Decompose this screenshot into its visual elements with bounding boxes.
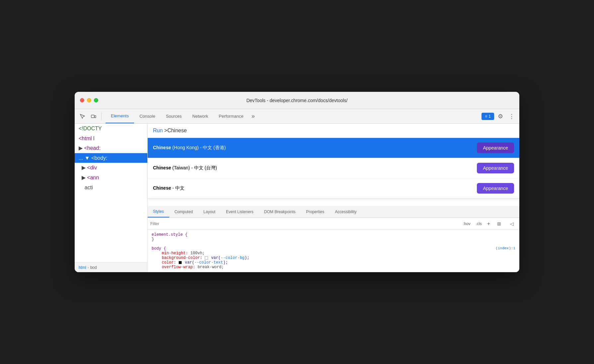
tab-layout[interactable]: Layout <box>198 206 221 217</box>
command-dropdown: Run >Chinese Chinese (Hong Kong) - 中文 (香… <box>148 124 519 199</box>
css-val-bg: var(--color-bg); <box>211 256 249 260</box>
dropdown-query: >Chinese <box>164 128 187 133</box>
dom-line: <!DOCTY <box>75 124 147 134</box>
hov-button[interactable]: :hov <box>462 221 472 227</box>
devtools-window: DevTools - developer.chrome.com/docs/dev… <box>75 92 519 272</box>
devtools-body: <!DOCTY <html l ▶ <head: ... ▼ <body: ▶ … <box>75 124 519 272</box>
tab-network[interactable]: Network <box>187 109 214 123</box>
appearance-button-hong-kong[interactable]: Appearance <box>477 143 514 153</box>
svg-rect-1 <box>95 116 96 118</box>
traffic-lights <box>80 98 98 102</box>
dom-line-selected[interactable]: ... ▼ <body: <box>75 153 147 163</box>
dom-doctype: <!DOCTY <box>79 126 102 131</box>
run-label: Run <box>153 128 163 133</box>
svg-rect-0 <box>91 115 94 118</box>
element-style-close: } <box>152 237 154 242</box>
tab-event-listeners[interactable]: Event Listeners <box>221 206 259 217</box>
css-val-color: var(--color-text); <box>185 260 228 265</box>
dropdown-item-hong-kong[interactable]: Chinese (Hong Kong) - 中文 (香港) Appearance <box>148 138 519 158</box>
css-rule-body: body { (index):1 min-height: 100vh; back… <box>152 246 515 270</box>
breadcrumb-body[interactable]: bod <box>90 265 97 270</box>
add-style-button[interactable]: + <box>486 220 491 227</box>
bg-color-swatch[interactable] <box>205 256 208 260</box>
minimize-button[interactable] <box>87 98 91 102</box>
style-tool-2[interactable]: ◁ <box>507 219 517 229</box>
more-options-icon[interactable]: ⋮ <box>507 111 517 121</box>
dom-content: <!DOCTY <html l ▶ <head: ... ▼ <body: ▶ … <box>75 124 147 262</box>
tab-properties[interactable]: Properties <box>301 206 330 217</box>
toolbar-icons <box>77 111 103 121</box>
dropdown-item-taiwan[interactable]: Chinese (Taiwan) - 中文 (台灣) Appearance <box>148 158 519 178</box>
appearance-button-taiwan[interactable]: Appearance <box>477 163 514 173</box>
dropdown-item-text-taiwan: Chinese (Taiwan) - 中文 (台灣) <box>153 165 217 171</box>
filter-input[interactable] <box>150 221 459 226</box>
dom-line[interactable]: ▶ <div <box>75 163 147 173</box>
dropdown-item-chinese[interactable]: Chinese - 中文 Appearance <box>148 178 519 198</box>
settings-icon[interactable]: ⚙ <box>495 111 505 121</box>
tab-sources[interactable]: Sources <box>161 109 187 123</box>
body-selector: body { <box>152 246 166 251</box>
maximize-button[interactable] <box>94 98 98 102</box>
below-dropdown: Styles Computed Layout Event Listeners D… <box>148 206 519 272</box>
window-title: DevTools - developer.chrome.com/docs/dev… <box>246 98 347 103</box>
dom-line: acti <box>75 183 147 193</box>
toolbar-right: ≡ 1 ⚙ ⋮ <box>482 111 517 121</box>
inspect-element-icon[interactable] <box>77 111 87 121</box>
dom-line[interactable]: ▶ <ann <box>75 173 147 183</box>
css-rule-element-style: element.style { } <box>152 232 515 242</box>
color-swatch[interactable] <box>179 261 182 264</box>
dropdown-search-bar: Run >Chinese <box>148 124 519 138</box>
messages-badge[interactable]: ≡ 1 <box>482 113 494 120</box>
dom-html-tag: <html <box>79 136 92 141</box>
dropdown-item-text-chinese: Chinese - 中文 <box>153 185 185 191</box>
dom-line[interactable]: <html l <box>75 134 147 144</box>
tab-styles[interactable]: Styles <box>148 206 169 217</box>
css-source-index[interactable]: (index):1 <box>496 246 515 250</box>
css-prop-bg-color: background-color: <box>157 256 202 260</box>
css-prop-overflow-wrap: overflow-wrap: <box>157 265 195 270</box>
css-content: element.style { } body { (index):1 <box>148 230 519 272</box>
left-panel: <!DOCTY <html l ▶ <head: ... ▼ <body: ▶ … <box>75 124 148 272</box>
more-tabs-button[interactable]: » <box>249 109 258 123</box>
appearance-button-chinese[interactable]: Appearance <box>477 183 514 194</box>
cls-button[interactable]: .cls <box>475 221 483 227</box>
toolbar-separator <box>101 112 102 120</box>
tab-performance[interactable]: Performance <box>213 109 249 123</box>
tab-dom-breakpoints[interactable]: DOM Breakpoints <box>259 206 301 217</box>
devtools-toolbar: Elements Console Sources Network Perform… <box>75 109 519 124</box>
breadcrumb: html › bod <box>75 262 147 272</box>
css-prop-min-height: min-height: <box>157 251 188 256</box>
filter-bar: :hov .cls + ⊞ ◁ <box>148 218 519 230</box>
tab-console[interactable]: Console <box>134 109 161 123</box>
css-prop-color: color: <box>157 260 176 265</box>
tab-accessibility[interactable]: Accessibility <box>330 206 362 217</box>
title-bar: DevTools - developer.chrome.com/docs/dev… <box>75 92 519 109</box>
device-mode-icon[interactable] <box>89 111 99 121</box>
messages-icon: ≡ <box>485 114 487 119</box>
close-button[interactable] <box>80 98 84 102</box>
breadcrumb-html[interactable]: html <box>79 265 86 270</box>
panel-tabs: Styles Computed Layout Event Listeners D… <box>148 206 519 218</box>
style-tool-1[interactable]: ⊞ <box>494 219 504 229</box>
tab-elements[interactable]: Elements <box>106 109 134 123</box>
right-panel: Run >Chinese Chinese (Hong Kong) - 中文 (香… <box>148 124 519 272</box>
devtools-tabs: Elements Console Sources Network Perform… <box>106 109 482 123</box>
element-style-selector: element.style { <box>152 232 187 237</box>
dom-line[interactable]: ▶ <head: <box>75 143 147 153</box>
dropdown-item-text-hong-kong: Chinese (Hong Kong) - 中文 (香港) <box>153 145 226 151</box>
messages-count: 1 <box>488 114 491 119</box>
tab-computed[interactable]: Computed <box>169 206 198 217</box>
